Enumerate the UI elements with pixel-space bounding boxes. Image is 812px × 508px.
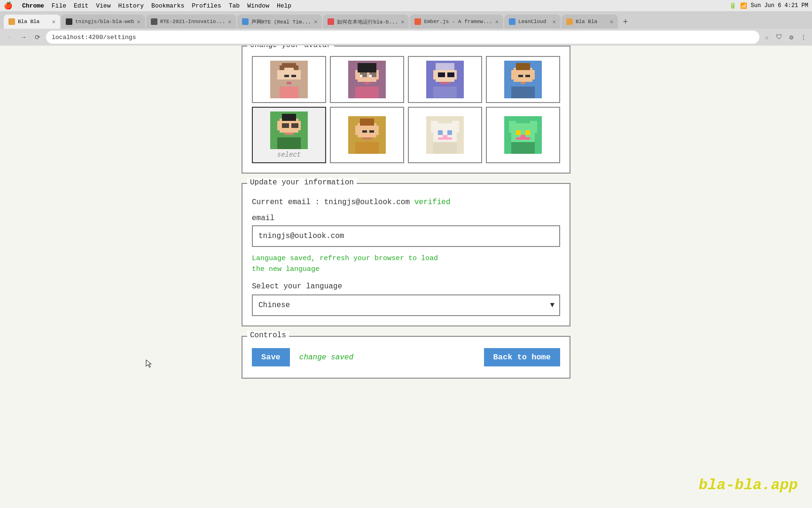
save-button[interactable]: Save: [252, 348, 290, 366]
verified-badge: verified: [414, 198, 451, 206]
address-right-icons: ☆ 🛡 ⚙ ⋮: [762, 32, 808, 42]
svg-rect-19: [360, 75, 362, 77]
svg-rect-4: [298, 70, 301, 79]
tab-bla-bla-active[interactable]: Bla Bla ✕: [4, 15, 60, 29]
menu-view[interactable]: View: [96, 2, 110, 9]
address-input[interactable]: [46, 31, 759, 44]
tab-close-icon[interactable]: ✕: [228, 18, 231, 25]
tab-shengwang[interactable]: 声网RTE (Real Tim... ✕: [237, 15, 322, 29]
svg-rect-16: [358, 63, 376, 72]
tab-close-icon[interactable]: ✕: [495, 18, 499, 25]
avatar-6-img: [348, 116, 386, 154]
tab-close-icon[interactable]: ✕: [52, 18, 55, 25]
lang-select-wrapper: Chinese English French Spanish German Ja…: [252, 294, 560, 316]
avatar-2[interactable]: [330, 56, 404, 103]
svg-rect-46: [282, 123, 289, 128]
menu-chrome[interactable]: Chrome: [22, 2, 44, 9]
avatar-4-img: [504, 61, 542, 98]
tab-favicon: [414, 18, 421, 25]
avatar-grid-container: select: [242, 47, 570, 173]
back-button[interactable]: ←: [4, 32, 15, 43]
refresh-button[interactable]: ⟳: [32, 32, 43, 43]
avatar-7[interactable]: [408, 107, 482, 163]
avatar-8-img: [504, 116, 542, 154]
svg-rect-36: [516, 63, 530, 70]
tab-title: tningjs/bla-bla-web: [75, 19, 134, 24]
tab-close-icon[interactable]: ✕: [610, 18, 613, 25]
avatar-8[interactable]: [486, 107, 560, 163]
svg-rect-22: [355, 87, 379, 98]
svg-rect-34: [511, 70, 514, 79]
svg-rect-61: [431, 126, 436, 133]
tab-close-icon[interactable]: ✕: [137, 18, 140, 25]
menu-bookmarks[interactable]: Bookmarks: [151, 2, 184, 9]
avatar-section: change your avatar: [242, 46, 570, 174]
avatar-4[interactable]: [486, 56, 560, 103]
tab-bla-bla-2[interactable]: Bla Bla ✕: [562, 15, 618, 29]
svg-rect-47: [291, 123, 298, 128]
menu-history[interactable]: History: [118, 2, 144, 9]
controls-section-title: Controls: [247, 331, 289, 340]
svg-rect-3: [277, 70, 280, 79]
svg-rect-21: [365, 82, 369, 84]
tab-ember[interactable]: Ember.js - A framew... ✕: [410, 15, 503, 29]
current-email-label: Current email :: [252, 198, 320, 206]
tab-leancloud[interactable]: LeanCloud ✕: [504, 15, 561, 29]
avatar-3[interactable]: [408, 56, 482, 103]
svg-rect-72: [509, 126, 514, 133]
tab-title: RTE-2021-Innovatio...: [160, 19, 226, 24]
tab-title: Bla Bla: [18, 19, 49, 24]
bookmark-icon[interactable]: ☆: [762, 32, 772, 42]
menu-bar: 🍎 Chrome File Edit View History Bookmark…: [0, 0, 812, 12]
svg-rect-78: [521, 135, 525, 137]
forward-button[interactable]: →: [18, 32, 29, 43]
menu-profiles[interactable]: Profiles: [192, 2, 221, 9]
svg-rect-49: [277, 137, 301, 149]
svg-rect-44: [298, 121, 301, 130]
system-icons: 🔋 📶: [729, 2, 747, 9]
tab-github[interactable]: tningjs/bla-bla-web ✕: [61, 15, 145, 29]
language-saved-message: Language saved, refresh your browser to …: [252, 254, 560, 275]
menu-file[interactable]: File: [52, 2, 66, 9]
main-content: change your avatar: [0, 46, 812, 508]
tab-favicon: [66, 18, 72, 25]
svg-rect-9: [291, 75, 296, 77]
email-input[interactable]: [252, 225, 560, 247]
tab-favicon: [8, 18, 15, 25]
browser-chrome: Bla Bla ✕ tningjs/bla-bla-web ✕ RTE-2021…: [0, 12, 812, 46]
menu-tab[interactable]: Tab: [229, 2, 240, 9]
menu-edit[interactable]: Edit: [74, 2, 88, 9]
menu-dots-icon[interactable]: ⋮: [799, 32, 808, 42]
tab-favicon: [328, 18, 334, 25]
new-tab-button[interactable]: +: [619, 16, 632, 29]
apple-logo[interactable]: 🍎: [4, 1, 13, 10]
info-section-title: Update your information: [247, 178, 357, 187]
menu-bar-right: 🔋 📶 Sun Jun 6 4:21 PM: [729, 2, 808, 9]
tab-close-icon[interactable]: ✕: [314, 18, 317, 25]
svg-rect-6: [280, 65, 284, 70]
svg-rect-74: [509, 121, 516, 126]
avatar-section-title: change your avatar: [247, 46, 334, 49]
tab-close-icon[interactable]: ✕: [553, 18, 556, 25]
avatar-3-img: [426, 61, 464, 98]
svg-rect-38: [525, 75, 530, 77]
svg-rect-55: [362, 130, 367, 133]
menu-window[interactable]: Window: [247, 2, 269, 9]
svg-rect-73: [532, 126, 537, 133]
svg-rect-77: [525, 130, 530, 135]
avatar-5[interactable]: select: [252, 107, 326, 163]
lang-select-label: Select your language: [252, 282, 560, 291]
extension-icon[interactable]: ⚙: [787, 32, 796, 42]
svg-rect-20: [369, 75, 372, 77]
avatar-6[interactable]: [330, 107, 404, 163]
controls-row: Save change saved Back to home: [252, 348, 560, 366]
tab-close-icon[interactable]: ✕: [401, 18, 404, 25]
menu-help[interactable]: Help: [277, 2, 291, 9]
svg-rect-45: [282, 114, 296, 121]
back-to-home-button[interactable]: Back to home: [484, 348, 560, 366]
tab-local[interactable]: 如何在本地运行bla-b... ✕: [323, 15, 409, 29]
svg-rect-8: [284, 75, 289, 77]
language-select[interactable]: Chinese English French Spanish German Ja…: [252, 294, 560, 316]
avatar-1[interactable]: [252, 56, 326, 103]
tab-rte[interactable]: RTE-2021-Innovatio... ✕: [146, 15, 236, 29]
